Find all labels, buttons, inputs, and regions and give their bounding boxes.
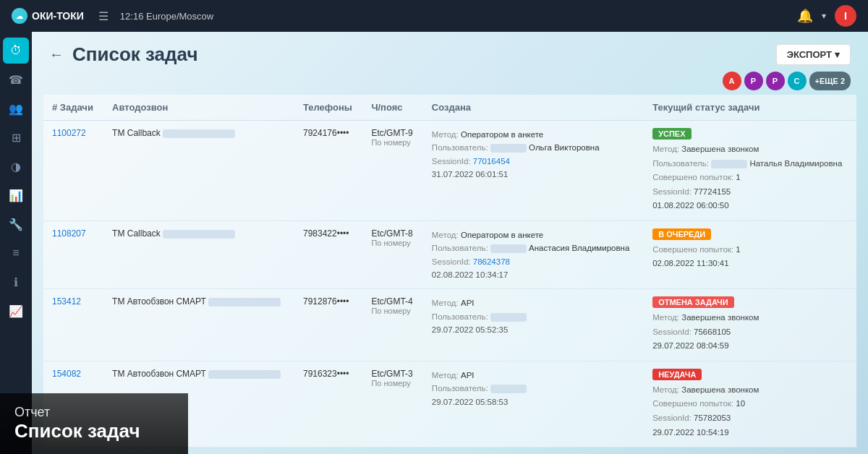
session-value[interactable]: 78624378 bbox=[473, 257, 510, 266]
created-meta: Метод: API Пользователь: 29.07.2022 05:5… bbox=[432, 296, 635, 336]
logo-text: ОКИ-ТОКИ bbox=[32, 10, 84, 22]
status-meta: Метод: Завершена звонком SessionId: 7566… bbox=[652, 311, 848, 354]
bottom-overlay: Отчет Список задач bbox=[0, 393, 188, 454]
more-avatars-badge[interactable]: +ЕЩЕ 2 bbox=[809, 72, 851, 90]
table-row: 1100272 ТМ Callback 7924176•••• Etc/GMT-… bbox=[43, 121, 856, 221]
session-value[interactable]: 77016454 bbox=[473, 157, 510, 166]
sidebar-item-wrench[interactable]: 🔧 bbox=[3, 211, 29, 237]
col-header-created: Создана bbox=[423, 95, 644, 121]
logo: ☁ ОКИ-ТОКИ bbox=[12, 8, 84, 24]
method-label: Метод: bbox=[432, 371, 461, 380]
user-blurred bbox=[490, 313, 527, 322]
cell-task-id: 1100272 bbox=[43, 121, 103, 221]
task-id-link[interactable]: 1100272 bbox=[52, 128, 86, 138]
avatar-badge-r2[interactable]: Р bbox=[766, 72, 785, 90]
task-id-link[interactable]: 154082 bbox=[52, 369, 81, 379]
avatar-badge-c[interactable]: С bbox=[788, 72, 807, 90]
autodial-blurred bbox=[163, 129, 235, 138]
autodial-blurred bbox=[208, 298, 281, 307]
sidebar-item-clock[interactable]: ⏱ bbox=[3, 38, 29, 64]
sidebar-item-grid[interactable]: ⊞ bbox=[3, 124, 29, 150]
chevron-down-icon[interactable]: ▾ bbox=[822, 11, 826, 21]
logo-icon: ☁ bbox=[12, 8, 27, 24]
cell-phone: 7983422•••• bbox=[294, 220, 362, 289]
topbar: ☁ ОКИ-ТОКИ ☰ 12:16 Europe/Moscow 🔔 ▾ I bbox=[0, 0, 868, 32]
created-date: 31.07.2022 06:01:51 bbox=[432, 170, 509, 179]
sidebar: ⏱ ☎ 👥 ⊞ ◑ 📊 🔧 ≡ ℹ 📈 bbox=[0, 32, 32, 454]
table-row: 153412 ТМ Автообзвон СМАРТ 7912876•••• E… bbox=[43, 289, 856, 361]
col-header-phones: Телефоны bbox=[294, 95, 362, 121]
status-user-name: Наталья Владимировна bbox=[749, 159, 842, 168]
topbar-time: 12:16 Europe/Moscow bbox=[120, 11, 213, 22]
status-badge: В ОЧЕРЕДИ bbox=[652, 228, 711, 240]
page-header: ← Список задач ЭКСПОРТ ▾ bbox=[32, 32, 868, 72]
chevron-down-icon: ▾ bbox=[835, 49, 840, 60]
table-row: 1108207 ТМ Callback 7983422•••• Etc/GMT-… bbox=[43, 220, 856, 289]
status-user-blurred bbox=[711, 160, 747, 168]
sidebar-item-info[interactable]: ℹ bbox=[3, 269, 29, 295]
timezone-value: Etc/GMT-3 bbox=[371, 369, 414, 379]
task-id-link[interactable]: 153412 bbox=[52, 296, 81, 307]
user-label: Пользователь: bbox=[432, 312, 490, 321]
sidebar-item-list[interactable]: ≡ bbox=[3, 240, 29, 266]
status-user-name: 10 bbox=[736, 399, 745, 408]
cell-status: В ОЧЕРЕДИ Совершено попыток: 1 02.08.202… bbox=[644, 220, 856, 289]
status-user-label: Совершено попыток: bbox=[652, 399, 736, 408]
sidebar-item-chart[interactable]: 📊 bbox=[3, 182, 29, 208]
user-blurred bbox=[490, 244, 527, 253]
sidebar-item-circle[interactable]: ◑ bbox=[3, 153, 29, 179]
ssid-value[interactable]: 77724155 bbox=[694, 187, 731, 196]
avatar[interactable]: I bbox=[835, 5, 856, 27]
status-user-label: Пользователь: bbox=[652, 159, 711, 168]
method-value: API bbox=[461, 371, 475, 380]
col-header-id: # Задачи bbox=[43, 95, 103, 121]
col-header-timezone: Ч/пояс bbox=[362, 95, 422, 121]
method-label: Метод: bbox=[432, 299, 461, 307]
export-button[interactable]: ЭКСПОРТ ▾ bbox=[776, 44, 851, 65]
autodial-name: ТМ Автообзвон СМАРТ bbox=[112, 296, 206, 307]
ssid-label: SessionId: bbox=[652, 187, 694, 196]
phone-number: 7912876•••• bbox=[303, 296, 349, 307]
cell-task-id: 153412 bbox=[43, 289, 103, 361]
sidebar-item-stats[interactable]: 📈 bbox=[3, 298, 29, 324]
attempts-value: 75782053 bbox=[694, 414, 731, 422]
page-title: Список задач bbox=[72, 43, 198, 66]
avatar-badge-r1[interactable]: Р bbox=[744, 72, 763, 90]
sidebar-item-phone[interactable]: ☎ bbox=[3, 67, 29, 93]
cell-status: НЕУДАЧА Метод: Завершена звонком Соверше… bbox=[644, 361, 856, 447]
cell-created: Метод: Оператором в анкете Пользователь:… bbox=[423, 121, 644, 221]
timezone-sub: По номеру bbox=[371, 307, 414, 315]
menu-icon[interactable]: ☰ bbox=[98, 9, 109, 23]
back-button[interactable]: ← bbox=[49, 46, 64, 63]
main-content: ← Список задач ЭКСПОРТ ▾ А Р Р С +ЕЩЕ 2 … bbox=[32, 32, 868, 454]
timezone-sub: По номеру bbox=[371, 138, 414, 147]
phone-number: 7924176•••• bbox=[303, 128, 349, 138]
user-blurred bbox=[490, 385, 527, 393]
status-badge: НЕУДАЧА bbox=[652, 369, 702, 380]
avatar-badge-a[interactable]: А bbox=[723, 72, 741, 90]
avatar-badges: А Р Р С +ЕЩЕ 2 bbox=[32, 72, 868, 95]
cell-created: Метод: API Пользователь: 29.07.2022 05:5… bbox=[423, 361, 644, 447]
status-user-label: Совершено попыток: bbox=[652, 245, 736, 254]
user-label: Пользователь: bbox=[432, 244, 490, 252]
status-user-name: 1 bbox=[736, 245, 740, 254]
created-date: 29.07.2022 05:52:35 bbox=[432, 325, 509, 334]
status-badge: УСПЕХ bbox=[652, 128, 691, 140]
sidebar-item-people[interactable]: 👥 bbox=[3, 95, 29, 121]
status-method-value: Завершена звонком bbox=[681, 145, 759, 153]
status-method-value: Завершена звонком bbox=[681, 313, 759, 322]
notification-bell-icon[interactable]: 🔔 bbox=[797, 8, 813, 24]
user-name: Ольга Викторовна bbox=[529, 143, 600, 152]
user-blurred bbox=[490, 144, 527, 153]
autodial-name: ТМ Callback bbox=[112, 228, 161, 239]
cell-timezone: Etc/GMT-4 По номеру bbox=[362, 289, 422, 361]
method-value: API bbox=[461, 299, 475, 307]
created-meta: Метод: API Пользователь: 29.07.2022 05:5… bbox=[432, 369, 635, 408]
status-meta: Метод: Завершена звонком Пользователь: Н… bbox=[652, 142, 848, 213]
cell-timezone: Etc/GMT-3 По номеру bbox=[362, 361, 422, 447]
cell-phone: 7916323•••• bbox=[294, 361, 362, 447]
task-id-link[interactable]: 1108207 bbox=[52, 228, 86, 239]
created-date: 29.07.2022 05:58:53 bbox=[432, 398, 509, 406]
timezone-sub: По номеру bbox=[371, 379, 414, 387]
status-method-label: Метод: bbox=[652, 313, 681, 322]
